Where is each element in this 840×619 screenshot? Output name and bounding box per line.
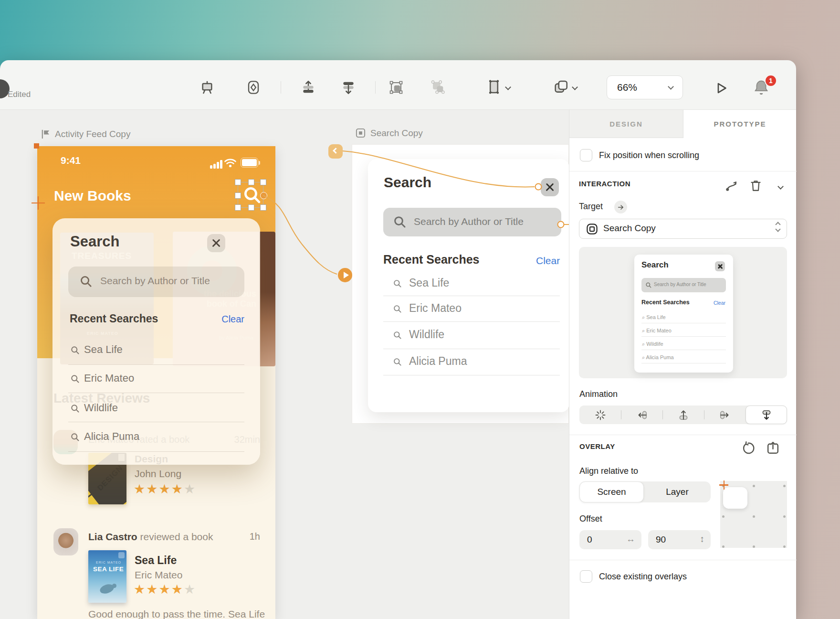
review-header: Lia Castro reviewed a book [88,531,213,543]
notification-badge: 1 [765,75,777,87]
animation-move-down-option-selected[interactable] [746,406,787,424]
animation-segmented-control [579,406,787,424]
search-input[interactable]: Search by Author or Title [383,208,561,236]
frame-search-copy[interactable]: Search Search by Author or Title Recent … [352,144,569,424]
move-down-icon [760,409,773,421]
offset-y-input[interactable]: 90 ↕ [648,530,711,549]
frame-label-activity-feed[interactable]: Activity Feed Copy [40,128,130,139]
component-tool-button[interactable] [553,79,577,95]
origin-cross-icon [724,480,725,490]
ungroup-selection-icon[interactable] [429,79,446,96]
overlay-title: Search [70,233,119,250]
group-selection-icon[interactable] [388,79,405,96]
selection-handle[interactable] [235,204,241,211]
preview-item: ⌕ Wildlife [642,341,663,347]
animation-push-right-option[interactable] [704,406,746,424]
phone-search-overlay[interactable]: Search Search by Author or Title Recent … [52,218,260,465]
search-icon [393,304,402,314]
chevron-down-icon [572,84,578,90]
animation-move-up-option[interactable] [662,406,704,424]
selection-handle[interactable] [248,204,254,211]
preview-item: ⌕ Eric Mateo [642,328,672,334]
search-input[interactable]: Search by Author or Title [68,267,244,297]
status-time: 9:41 [61,155,81,166]
close-icon [715,261,725,271]
selection-handle[interactable] [248,179,254,185]
fix-position-checkbox[interactable] [580,149,592,161]
preview-search-input: Search by Author or Title [641,278,726,292]
prototype-connection-dot[interactable] [260,192,267,199]
target-select[interactable]: Search Copy [579,219,787,239]
play-icon [344,272,349,278]
clear-link[interactable]: Clear [536,255,560,267]
align-layer-option[interactable]: Layer [644,481,711,502]
align-screen-option-selected[interactable]: Screen [579,481,644,502]
frame-label-search-copy[interactable]: Search Copy [355,128,423,139]
close-button[interactable] [541,178,559,196]
artboard-tool-icon[interactable] [199,79,216,96]
document-status: Edited [8,90,31,99]
target-arrow-icon[interactable] [614,201,627,213]
notifications-button[interactable]: 1 [752,78,771,97]
reset-overlay-button[interactable] [739,439,756,457]
fix-position-label: Fix position when scrolling [599,150,699,160]
overlay-frame-icon [586,223,598,235]
chevron-down-icon [668,84,674,90]
component-tool-icon [553,79,569,95]
app-screenshot: Activity Feed Copy 9:41 New Books TREASU… [0,0,840,619]
overlay-position-swatch[interactable] [723,487,747,509]
flag-icon [40,128,51,139]
bring-forward-icon[interactable] [300,79,317,96]
frame-selection-corner[interactable] [34,143,39,149]
selection-handle[interactable] [235,192,241,199]
open-overlay-button[interactable] [764,439,781,457]
search-grid-component-selected[interactable] [238,182,263,208]
phone-section-title: New Books [54,188,131,204]
search-placeholder: Search by Author or Title [100,275,210,287]
animation-instant-option[interactable] [579,406,621,424]
back-connection-node[interactable] [328,144,343,159]
close-button[interactable] [207,234,225,252]
selection-handle[interactable] [260,204,266,211]
search-icon [70,374,80,384]
delete-interaction-button[interactable] [747,177,764,194]
align-segmented-control: Screen Layer [579,481,711,502]
dissolve-icon [595,409,606,421]
avatar[interactable] [53,528,78,555]
interaction-section-title: INTERACTION [579,180,630,188]
offset-label: Offset [579,514,602,524]
tab-prototype[interactable]: PROTOTYPE [683,110,797,138]
preview-item: ⌕ Alicia Puma [642,354,674,361]
send-backward-icon[interactable] [340,79,357,96]
offset-x-input[interactable]: 0 ↔ [579,530,641,549]
frame-activity-feed[interactable]: 9:41 New Books TREASURES ERIC MATEO the … [37,146,275,619]
search-icon [393,215,407,229]
selection-handle[interactable] [260,179,266,185]
target-value: Search Copy [603,223,656,234]
horizontal-arrows-icon: ↔ [626,534,635,544]
move-up-icon [677,409,690,421]
search-card: Search Search by Author or Title Recent … [368,159,569,412]
connection-arrow-node[interactable] [338,268,352,282]
animation-push-left-option[interactable] [621,406,662,424]
search-icon [70,432,80,442]
align-position-grid[interactable] [720,481,787,548]
zoom-select[interactable]: 66% [607,75,683,99]
shape-tool-icon[interactable] [245,79,262,96]
frame-tool-icon [486,79,502,95]
stepper-icon[interactable] [776,223,780,231]
target-label: Target [579,202,603,212]
selection-handle[interactable] [235,179,241,185]
tab-design[interactable]: DESIGN [569,110,683,138]
preview-thumbnail[interactable]: Search Search by Author or Title Recent … [634,255,733,373]
close-existing-overlays-checkbox[interactable] [580,570,592,583]
battery-icon [241,158,258,168]
clear-link[interactable]: Clear [221,314,244,325]
rotate-ccw-icon [741,441,756,456]
frame-tool-button[interactable] [486,79,510,95]
collapse-section-button[interactable] [772,178,789,195]
play-icon [714,81,728,96]
play-prototype-button[interactable] [712,79,729,96]
connection-wire-icon[interactable] [723,177,740,194]
book-cover-sea-life[interactable]: ERIC MATEO SEA LIFE [88,550,126,603]
